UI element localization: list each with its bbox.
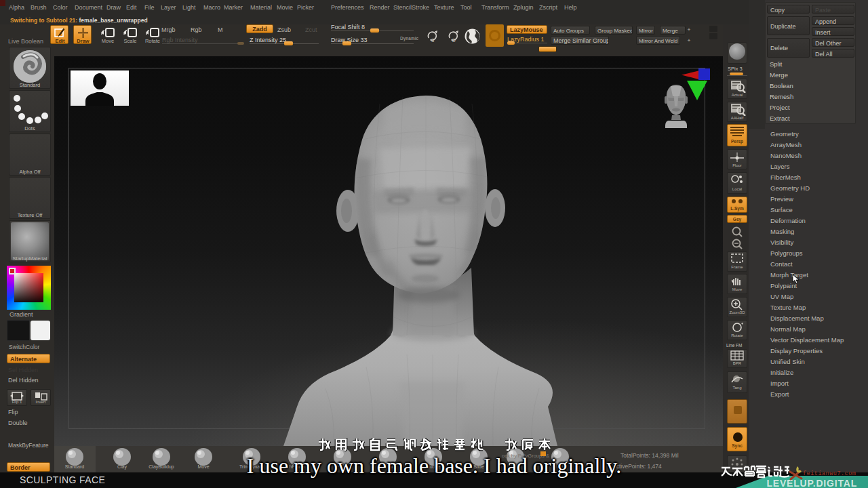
svg-text:S: S <box>431 38 435 43</box>
svg-text:D: D <box>452 38 456 43</box>
